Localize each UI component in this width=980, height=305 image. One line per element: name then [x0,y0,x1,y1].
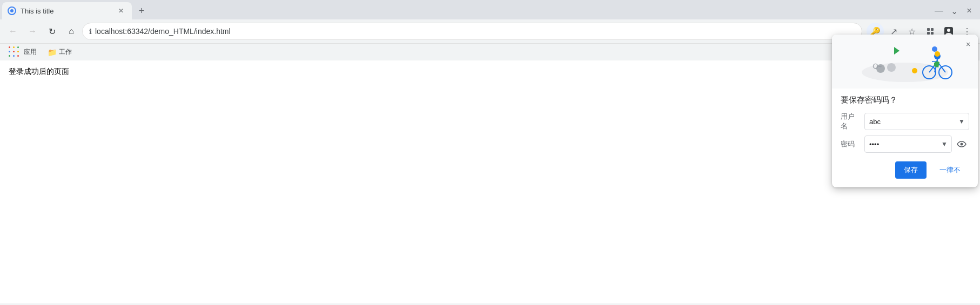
apps-grid-icon [9,46,21,58]
reload-button[interactable]: ↻ [43,23,61,40]
active-tab[interactable]: This is title ✕ [2,2,132,19]
username-select-wrap: abc ▼ [864,113,969,130]
username-field: 用户名 abc ▼ [841,112,969,131]
svg-point-25 [912,68,917,73]
dialog-title: 要保存密码吗？ [841,95,969,105]
username-label: 用户名 [841,112,860,131]
password-select[interactable]: •••• [864,135,952,153]
close-tab-button[interactable]: ✕ [116,5,126,16]
window-minimize-button[interactable]: — [932,4,945,17]
apps-bookmark[interactable]: 应用 [4,44,41,60]
page-text: 登录成功后的页面 [9,67,69,76]
dialog-illustration [851,37,959,86]
dialog-actions: 保存 一律不 [841,161,969,179]
svg-point-23 [935,51,940,57]
window-close-button[interactable]: × [963,4,976,17]
tab-favicon [8,6,16,15]
home-button[interactable]: ⌂ [63,23,80,40]
save-button[interactable]: 保存 [895,161,927,179]
dialog-close-button[interactable]: × [962,38,975,51]
window-controls: — ⌄ × [932,4,980,19]
window-maximize-button[interactable]: ⌄ [948,4,961,17]
dialog-body: 要保存密码吗？ 用户名 abc ▼ 密码 •••• ▼ [832,89,978,187]
password-label: 密码 [841,139,860,149]
apps-label: 应用 [24,48,37,57]
address-text: localhost:63342/demo_HTML/index.html [95,27,855,36]
show-password-button[interactable] [954,137,969,152]
tab-bar: This is title ✕ + — ⌄ × [0,0,980,19]
password-field: 密码 •••• ▼ [841,135,969,153]
svg-rect-14 [879,66,880,67]
svg-point-7 [947,29,950,32]
dialog-header: × [832,35,978,89]
new-tab-button[interactable]: + [134,3,149,18]
tab-title: This is title [21,7,111,15]
address-input[interactable]: ℹ localhost:63342/demo_HTML/index.html [82,23,862,40]
work-label: 工作 [59,48,72,57]
back-button[interactable]: ← [4,23,22,40]
work-bookmark[interactable]: 📁 工作 [43,45,76,59]
svg-point-10 [887,63,896,72]
username-select[interactable]: abc [864,113,969,130]
lock-icon: ℹ [89,28,92,36]
svg-point-24 [932,46,937,52]
forward-button[interactable]: → [24,23,41,40]
password-save-dialog: × [832,35,978,187]
svg-point-1 [10,9,14,12]
never-button[interactable]: 一律不 [931,161,969,179]
svg-rect-2 [927,28,930,31]
svg-marker-26 [894,47,900,55]
svg-rect-3 [931,28,934,31]
svg-point-27 [961,143,963,146]
svg-rect-13 [881,66,881,67]
password-select-wrap: •••• ▼ [864,135,952,153]
